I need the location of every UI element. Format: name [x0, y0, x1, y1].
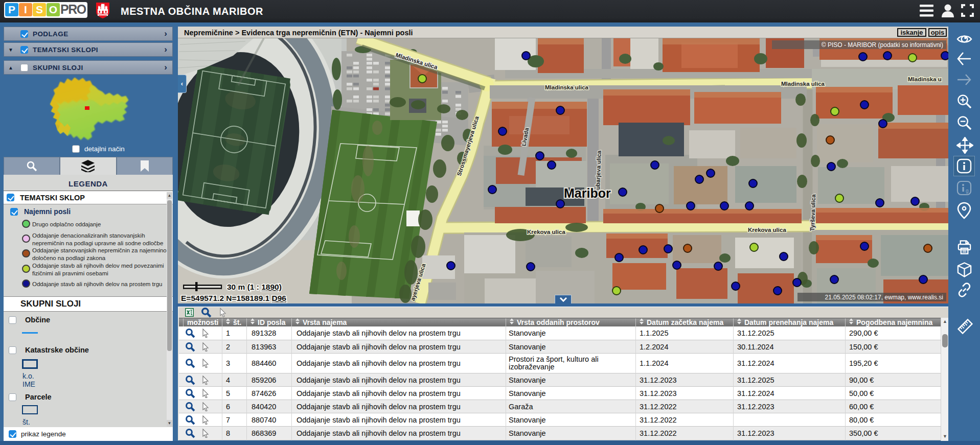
svg-text:© PISO - MARIBOR (podatki so i: © PISO - MARIBOR (podatki so informativn… [822, 41, 943, 49]
svg-text:Tyrševa ulica: Tyrševa ulica [809, 194, 817, 231]
svg-text:g: g [966, 188, 969, 194]
svg-text:Maribor: Maribor [564, 186, 611, 200]
svg-text:Krekova ulica: Krekova ulica [527, 229, 565, 235]
svg-text:E=549571.2 N=158189.1 D96: E=549571.2 N=158189.1 D96 [181, 294, 286, 302]
svg-text:Mladinska u: Mladinska u [908, 76, 942, 82]
svg-text:30 m (1 : 1890): 30 m (1 : 1890) [227, 283, 282, 291]
svg-text:Mladinska ulica: Mladinska ulica [545, 84, 589, 90]
svg-text:Mladinska ulica: Mladinska ulica [781, 81, 825, 87]
svg-text:Krekova ulica: Krekova ulica [748, 227, 786, 233]
svg-text:21.05.2025 08:02:17, ewmap, ww: 21.05.2025 08:02:17, ewmap, www.realis.s… [825, 294, 943, 301]
